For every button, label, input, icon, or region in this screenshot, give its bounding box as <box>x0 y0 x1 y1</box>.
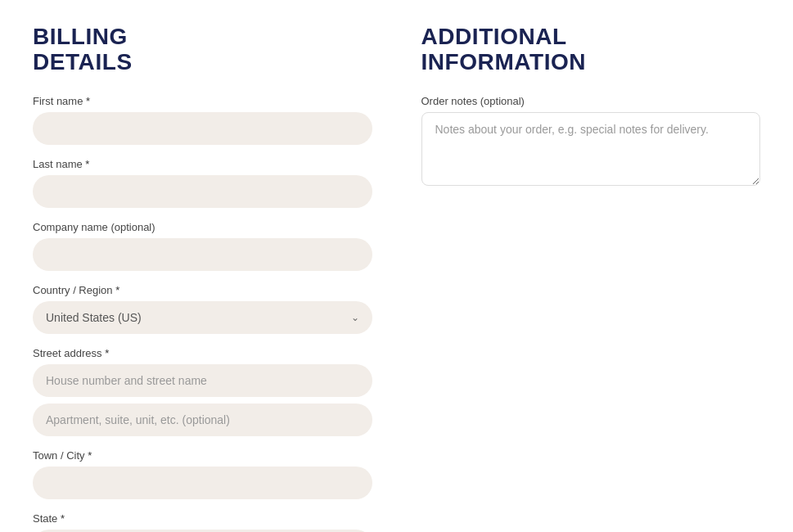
country-region-label: Country / Region * <box>33 284 372 296</box>
town-city-group: Town / City * <box>33 449 372 499</box>
town-city-label: Town / City * <box>33 449 372 462</box>
order-notes-label: Order notes (optional) <box>421 95 761 107</box>
billing-title: BILLING DETAILS <box>33 25 372 75</box>
additional-title: ADDITIONAL INFORMATION <box>421 25 761 75</box>
first-name-group: First name * <box>33 95 372 145</box>
company-name-group: Company name (optional) <box>33 221 372 271</box>
state-required: * <box>61 512 65 525</box>
order-notes-group: Order notes (optional) <box>421 95 761 188</box>
billing-section: BILLING DETAILS First name * Last name *… <box>33 25 372 532</box>
company-name-label: Company name (optional) <box>33 221 372 233</box>
page-container: BILLING DETAILS First name * Last name *… <box>0 0 793 532</box>
town-city-input[interactable] <box>33 467 372 499</box>
country-select[interactable]: United States (US) <box>33 301 372 334</box>
street-address-apt-input[interactable] <box>33 404 372 436</box>
state-input[interactable] <box>33 530 372 532</box>
country-region-group: Country / Region * United States (US) ⌄ <box>33 284 372 334</box>
last-name-input[interactable] <box>33 175 372 208</box>
state-label: State * <box>33 512 372 525</box>
first-name-required: * <box>86 95 90 107</box>
country-required: * <box>115 284 119 296</box>
last-name-group: Last name * <box>33 158 372 208</box>
first-name-label: First name * <box>33 95 372 107</box>
street-address-group: Street address * <box>33 347 372 436</box>
company-name-input[interactable] <box>33 238 372 271</box>
additional-section: ADDITIONAL INFORMATION Order notes (opti… <box>421 25 761 532</box>
town-required: * <box>88 449 92 462</box>
street-address-label: Street address * <box>33 347 372 359</box>
state-group: State * <box>33 512 372 532</box>
street-required: * <box>105 347 109 359</box>
first-name-input[interactable] <box>33 112 372 145</box>
country-select-wrapper: United States (US) ⌄ <box>33 301 372 334</box>
last-name-label: Last name * <box>33 158 372 170</box>
last-name-required: * <box>85 158 89 170</box>
street-address-input[interactable] <box>33 364 372 397</box>
order-notes-textarea[interactable] <box>421 112 761 186</box>
